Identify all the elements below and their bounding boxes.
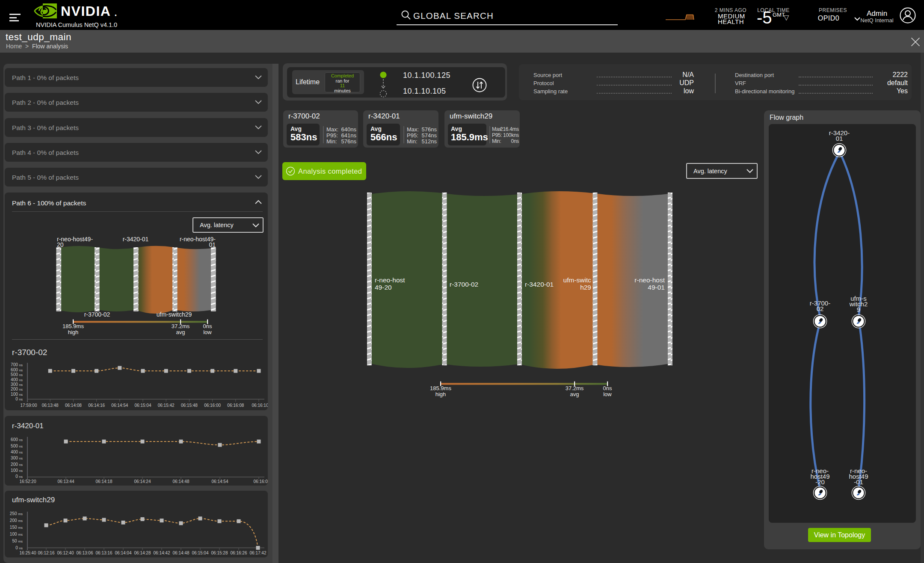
svg-text:06:14:08: 06:14:08	[65, 403, 82, 408]
svg-text:0 ns: 0 ns	[15, 474, 23, 479]
svg-text:06:15:04: 06:15:04	[135, 403, 151, 408]
svg-text:100 ms: 100 ms	[10, 532, 23, 536]
svg-text:20: 20	[57, 241, 64, 248]
svg-text:17:59:00: 17:59:00	[21, 403, 37, 408]
svg-text:400 ns: 400 ns	[11, 450, 23, 454]
svg-text:r-neo-host: r-neo-host	[375, 276, 405, 284]
svg-text:0 ns: 0 ns	[15, 397, 23, 401]
svg-text:16:25:40: 16:25:40	[20, 551, 36, 555]
svg-text:h29: h29	[580, 284, 591, 291]
svg-text:06:14:24: 06:14:24	[134, 479, 151, 484]
svg-text:600 ns: 600 ns	[11, 437, 23, 442]
svg-text:06:14:42: 06:14:42	[154, 551, 170, 555]
svg-text:0 ns: 0 ns	[15, 545, 23, 550]
svg-text:200 ms: 200 ms	[10, 518, 23, 523]
svg-text:r-neo-host: r-neo-host	[634, 276, 665, 284]
svg-text:49-20: 49-20	[375, 284, 392, 291]
svg-text:06:13:16: 06:13:16	[96, 551, 113, 555]
svg-text:low: low	[203, 329, 212, 335]
svg-text:06:13:48: 06:13:48	[42, 403, 59, 408]
svg-text:200 ns: 200 ns	[11, 387, 23, 391]
svg-text:185.9ms: 185.9ms	[430, 385, 451, 391]
svg-text:high: high	[68, 329, 79, 335]
svg-text:100 ns: 100 ns	[11, 392, 23, 397]
svg-text:ufm-switc: ufm-switc	[563, 276, 592, 284]
svg-text:250 ms: 250 ms	[10, 511, 23, 516]
svg-text:02: 02	[817, 305, 824, 312]
svg-text:low: low	[603, 391, 612, 397]
svg-text:49-01: 49-01	[648, 284, 665, 291]
svg-text:06:14:18: 06:14:18	[96, 479, 113, 484]
svg-text:06:15:48: 06:15:48	[181, 403, 198, 408]
svg-text:06:13:06: 06:13:06	[77, 551, 93, 555]
svg-text:06:16:26: 06:16:26	[231, 551, 247, 555]
svg-text:200 ns: 200 ns	[11, 462, 23, 467]
svg-text:185.9ms: 185.9ms	[62, 323, 84, 329]
svg-text:9: 9	[857, 306, 860, 313]
svg-text:r-3700-02: r-3700-02	[450, 281, 478, 288]
svg-text:high: high	[435, 391, 446, 397]
svg-text:37.2ms: 37.2ms	[172, 323, 190, 329]
svg-text:ufm-switch29: ufm-switch29	[157, 311, 192, 318]
svg-text:06:14:54: 06:14:54	[212, 479, 228, 484]
svg-text:01: 01	[209, 241, 216, 248]
svg-text:06:13:44: 06:13:44	[58, 479, 74, 484]
svg-text:06:14:48: 06:14:48	[173, 479, 190, 484]
svg-text:700 ns: 700 ns	[11, 362, 23, 367]
svg-text:06:15:28: 06:15:28	[211, 551, 228, 555]
svg-text:06:16:00: 06:16:00	[254, 479, 268, 484]
svg-text:06:16:00: 06:16:00	[204, 403, 221, 408]
svg-text:06:15:42: 06:15:42	[158, 403, 175, 408]
svg-text:100 ns: 100 ns	[11, 468, 23, 473]
svg-text:06:17:42: 06:17:42	[250, 551, 267, 555]
svg-text:r-3420-01: r-3420-01	[525, 281, 554, 288]
svg-text:37.2ms: 37.2ms	[566, 385, 584, 391]
svg-text:06:12:16: 06:12:16	[38, 551, 55, 555]
svg-text:0ns: 0ns	[203, 323, 212, 329]
svg-text:150 ms: 150 ms	[10, 525, 23, 530]
svg-text:r-3420-01: r-3420-01	[123, 236, 149, 243]
svg-text:06:14:04: 06:14:04	[115, 551, 132, 555]
svg-text:0ns: 0ns	[603, 385, 612, 391]
svg-text:avg: avg	[176, 329, 185, 335]
svg-text:01: 01	[836, 135, 843, 142]
svg-text:avg: avg	[570, 391, 579, 397]
svg-text:-20: -20	[815, 478, 825, 486]
svg-text:r-3700-02: r-3700-02	[84, 311, 110, 318]
svg-text:500 ns: 500 ns	[11, 444, 23, 448]
svg-text:300 ns: 300 ns	[11, 382, 23, 387]
svg-text:300 ns: 300 ns	[11, 456, 23, 460]
svg-text:06:14:28: 06:14:28	[134, 551, 151, 555]
svg-text:06:14:48: 06:14:48	[173, 551, 190, 555]
svg-text:06:16:08: 06:16:08	[227, 403, 244, 408]
svg-text:-01: -01	[854, 478, 863, 486]
svg-text:06:14:54: 06:14:54	[111, 403, 128, 408]
svg-text:06:15:04: 06:15:04	[192, 551, 209, 555]
svg-text:500 ns: 500 ns	[11, 372, 23, 377]
svg-text:400 ns: 400 ns	[11, 377, 23, 382]
svg-text:600 ns: 600 ns	[11, 367, 23, 372]
svg-text:06:16:10: 06:16:10	[252, 403, 268, 408]
svg-text:06:14:16: 06:14:16	[88, 403, 105, 408]
svg-text:06:12:40: 06:12:40	[57, 551, 74, 555]
svg-text:16:52:20: 16:52:20	[20, 479, 36, 484]
svg-text:50 ms: 50 ms	[12, 539, 23, 543]
